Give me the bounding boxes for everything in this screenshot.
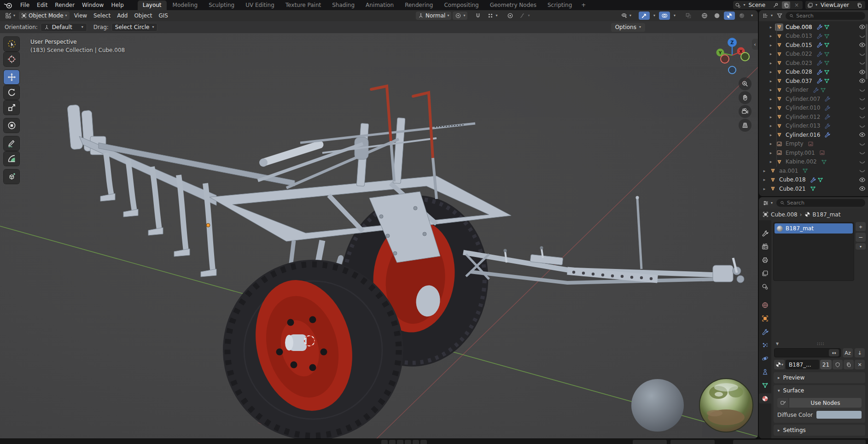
workspace-tab-sculpting[interactable]: Sculpting (204, 0, 239, 10)
tool-transform[interactable] (4, 118, 19, 133)
pivot-point-dropdown[interactable]: ▾ (453, 12, 467, 20)
eye-open-icon[interactable] (859, 41, 866, 48)
sort-direction-button[interactable]: ↓ (855, 348, 865, 357)
ortho-toggle-button[interactable] (739, 119, 751, 132)
tool-rotate[interactable] (4, 85, 19, 99)
3d-scene[interactable] (0, 33, 758, 438)
swap-arrows-icon[interactable]: ↔ (829, 349, 839, 356)
outliner-item-cube-023[interactable]: ▸ Cube.023 (759, 58, 868, 68)
viewlayer-name[interactable]: ViewLayer (820, 2, 853, 8)
navigation-gizmo[interactable]: Z Y X (714, 36, 752, 76)
expand-chevron-icon[interactable]: ▸ (768, 43, 774, 47)
tool-measure[interactable] (4, 152, 19, 166)
outliner-item-cube-021[interactable]: ▸ Cube.021 (759, 184, 868, 193)
eye-open-icon[interactable] (859, 185, 866, 192)
expand-chevron-icon[interactable]: ▸ (768, 159, 774, 164)
gizmos-dropdown[interactable]: ▾ (651, 12, 658, 20)
workspace-tab-animation[interactable]: Animation (361, 0, 399, 10)
snap-toggle[interactable] (472, 12, 484, 20)
new-viewlayer-button[interactable] (855, 1, 863, 9)
eye-closed-icon[interactable] (859, 87, 866, 93)
pan-button[interactable] (739, 91, 751, 104)
expand-chevron-icon[interactable]: ▸ (768, 141, 774, 146)
viewport-menu-view[interactable]: View (71, 12, 90, 20)
breadcrumb-material[interactable]: B187_mat (813, 211, 841, 218)
expand-chevron-icon[interactable]: ▸ (762, 187, 767, 191)
scene-name[interactable]: Scene (747, 2, 769, 8)
outliner-item-cylinder-007[interactable]: ▸ Cylinder.007 (759, 94, 868, 104)
drag-dropdown[interactable]: Select Circle▾ (111, 23, 158, 32)
xray-toggle[interactable] (683, 12, 694, 20)
eye-open-icon[interactable] (859, 23, 866, 30)
eye-closed-icon[interactable] (859, 113, 866, 120)
expand-chevron-icon[interactable]: ▸ (768, 115, 774, 119)
outliner-item-cylinder[interactable]: ▸ Cylinder (759, 86, 868, 95)
workspace-tab-shading[interactable]: Shading (327, 0, 360, 10)
remove-slot-button[interactable]: − (856, 233, 866, 242)
eye-closed-icon[interactable] (859, 33, 866, 40)
expand-chevron-icon[interactable]: ▸ (768, 133, 774, 137)
grip-handle[interactable]: ∷∷ (817, 341, 825, 346)
shading-wireframe-button[interactable] (699, 12, 710, 20)
viewport-canvas[interactable]: User Perspective (183) Scene Collection … (0, 33, 758, 438)
properties-tab-modifiers[interactable] (759, 327, 771, 337)
camera-view-button[interactable] (739, 105, 751, 118)
properties-tab-world[interactable] (759, 300, 771, 310)
breadcrumb-object[interactable]: Cube.008 (771, 211, 798, 218)
properties-tab-data[interactable] (759, 380, 771, 390)
expand-chevron-icon[interactable]: ▸ (768, 123, 774, 128)
new-material-button[interactable] (844, 360, 854, 369)
gizmos-toggle[interactable] (639, 12, 650, 20)
outliner-item-empty[interactable]: ▸ Empty (759, 140, 868, 149)
material-name-field[interactable]: B187_... (786, 360, 819, 369)
outliner-search[interactable] (786, 12, 865, 20)
overlays-toggle[interactable] (659, 12, 670, 20)
add-slot-button[interactable]: ＋ (856, 222, 866, 231)
topbar-menu-edit[interactable]: Edit (33, 1, 51, 9)
outliner-item-cube-028[interactable]: ▸ Cube.028 (759, 68, 868, 77)
workspace-tab-uv-editing[interactable]: UV Editing (240, 0, 280, 10)
eye-open-icon[interactable] (859, 77, 866, 84)
workspace-tab-geometry-nodes[interactable]: Geometry Nodes (485, 0, 542, 10)
visibility-dropdown[interactable]: ▾ (619, 12, 634, 20)
properties-tab-view-layer[interactable] (759, 268, 771, 278)
properties-tab-particles[interactable] (759, 340, 771, 350)
tool-select-circle[interactable] (4, 37, 19, 51)
tool-annotate[interactable] (4, 136, 19, 151)
outliner-item-cube-037[interactable]: ▸ Cube.037 (759, 76, 868, 86)
tool-add-cube[interactable] (4, 169, 19, 184)
topbar-menu-help[interactable]: Help (107, 1, 127, 9)
properties-tab-scene[interactable] (759, 281, 771, 292)
unlink-scene-button[interactable]: × (792, 1, 801, 9)
viewlayer-icon[interactable] (807, 2, 813, 8)
topbar-menu-render[interactable]: Render (51, 1, 78, 9)
unlink-material-button[interactable]: × (855, 360, 865, 369)
options-button[interactable]: Options▾ (611, 23, 645, 32)
eye-closed-icon[interactable] (859, 167, 866, 174)
outliner-display-mode-dropdown[interactable]: ▾ (762, 12, 774, 20)
outliner-item-cube-015[interactable]: ▸ Cube.015 (759, 41, 868, 50)
orientation-dropdown[interactable]: Default▾ (41, 23, 87, 32)
expand-chevron-icon[interactable]: ▸ (768, 79, 774, 83)
workspace-tab-texture-paint[interactable]: Texture Paint (280, 0, 326, 10)
diffuse-color-swatch[interactable] (816, 411, 862, 419)
eye-closed-icon[interactable] (859, 95, 866, 102)
eye-closed-icon[interactable] (859, 59, 866, 66)
properties-tab-physics[interactable] (759, 353, 771, 363)
proportional-editing-toggle[interactable] (505, 12, 516, 20)
workspace-tab-scripting[interactable]: Scripting (542, 0, 577, 10)
transform-orientation-dropdown[interactable]: Normal▾ (416, 12, 451, 20)
use-nodes-button[interactable]: Use Nodes (789, 398, 862, 408)
eye-open-icon[interactable] (859, 131, 866, 138)
editor-type-button[interactable]: ▾ (3, 12, 17, 20)
properties-tab-tool[interactable] (759, 228, 771, 238)
outliner-item-empty-001[interactable]: ▸ Empty.001 (759, 148, 868, 158)
shading-rendered-button[interactable] (736, 12, 747, 20)
add-workspace-button[interactable]: + (578, 1, 589, 9)
sidebar-collapse-arrow[interactable]: ‹ (752, 39, 758, 50)
expand-chevron-icon[interactable]: ▸ (768, 34, 774, 38)
slot-specials-dropdown[interactable]: ▾ (856, 243, 866, 250)
topbar-menu-window[interactable]: Window (78, 1, 107, 9)
expand-chevron-icon[interactable]: ▸ (768, 97, 774, 101)
sort-alpha-button[interactable]: Az (843, 348, 853, 357)
